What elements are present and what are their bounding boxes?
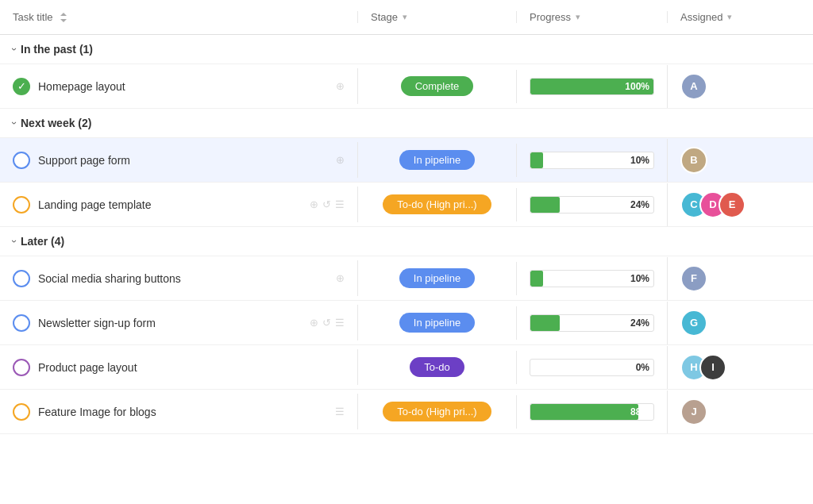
repeat-icon: ↺ — [322, 198, 331, 210]
progress-bar-fill — [530, 315, 560, 331]
group-label-in-the-past: In the past (1) — [21, 43, 93, 56]
cell-progress: 0% — [516, 351, 667, 384]
group-header-in-the-past[interactable]: › In the past (1) — [0, 35, 813, 64]
group-chevron-in-the-past[interactable]: › — [9, 48, 20, 51]
table-row[interactable]: Newsletter sign-up form ⊕↺☰ In pipeline … — [0, 301, 813, 345]
col-header-assigned[interactable]: Assigned ▾ — [667, 11, 813, 23]
col-assigned-label: Assigned — [680, 11, 722, 23]
list-icon: ☰ — [335, 317, 345, 329]
avatar: A — [680, 73, 707, 100]
task-meta-icons: ⊕↺☰ — [310, 317, 345, 329]
avatar: I — [699, 354, 726, 381]
avatar-group: J — [680, 398, 707, 425]
group-header-later[interactable]: › Later (4) — [0, 227, 813, 256]
chevron-down-icon-assigned[interactable]: ▾ — [727, 12, 732, 22]
task-status-icon-pending[interactable] — [13, 152, 30, 169]
avatar-group: F — [680, 265, 707, 292]
task-meta-icons: ⊕ — [336, 80, 345, 92]
col-header-title[interactable]: Task title — [0, 11, 357, 23]
task-status-icon-pending[interactable] — [13, 403, 30, 421]
task-status-icon-pending[interactable] — [13, 359, 30, 376]
cell-stage: In pipeline — [357, 142, 516, 178]
list-icon: ☰ — [335, 406, 345, 417]
table-row[interactable]: Feature Image for blogs ☰ To-do (High pr… — [0, 390, 813, 434]
cell-stage: To-do — [357, 349, 516, 385]
cell-stage: To-do (High pri...) — [357, 187, 516, 222]
stage-badge[interactable]: In pipeline — [399, 313, 475, 333]
stage-badge[interactable]: To-do (High pri...) — [383, 194, 491, 214]
stage-badge[interactable]: In pipeline — [399, 268, 475, 288]
progress-label: 10% — [630, 273, 649, 284]
stage-badge[interactable]: In pipeline — [399, 150, 475, 170]
progress-bar: 100% — [530, 78, 654, 95]
sort-icon-title[interactable] — [60, 12, 67, 23]
task-name: Feature Image for blogs — [38, 406, 327, 418]
stage-badge[interactable]: Complete — [401, 76, 474, 96]
task-table: Task title Stage ▾ Progress ▾ Assigned ▾… — [0, 0, 813, 434]
progress-bar-fill — [530, 197, 560, 213]
avatar: E — [719, 191, 746, 218]
progress-bar: 10% — [530, 152, 654, 169]
avatar-group: A — [680, 73, 707, 100]
cell-progress: 10% — [516, 144, 667, 177]
link-icon: ⊕ — [336, 80, 345, 92]
cell-assigned: CDE — [667, 183, 813, 226]
task-meta-icons: ⊕↺☰ — [310, 198, 345, 210]
progress-bar-fill — [530, 271, 543, 287]
cell-assigned: B — [667, 139, 813, 182]
chevron-down-icon-progress[interactable]: ▾ — [576, 12, 580, 22]
task-meta-icons: ☰ — [335, 406, 345, 417]
table-row[interactable]: Product page layout To-do 0% HI — [0, 345, 813, 390]
col-header-progress[interactable]: Progress ▾ — [516, 11, 667, 23]
task-status-icon-pending[interactable] — [13, 196, 30, 214]
cell-stage: In pipeline — [357, 260, 516, 296]
col-stage-label: Stage — [371, 11, 398, 23]
cell-title: ✓ Homepage layout ⊕ — [0, 70, 357, 103]
avatar: J — [680, 398, 707, 425]
cell-title: Landing page template ⊕↺☰ — [0, 188, 357, 221]
cell-assigned: HI — [667, 346, 813, 389]
table-row[interactable]: Support page form ⊕ In pipeline 10% B — [0, 138, 813, 183]
task-status-icon-complete[interactable]: ✓ — [13, 78, 30, 95]
cell-stage: In pipeline — [357, 305, 516, 340]
col-header-stage[interactable]: Stage ▾ — [357, 11, 516, 23]
cell-title: Support page form ⊕ — [0, 144, 357, 177]
avatar-group: B — [680, 147, 707, 174]
table-row[interactable]: Social media sharing buttons ⊕ In pipeli… — [0, 256, 813, 301]
progress-bar: 0% — [530, 359, 654, 376]
group-chevron-later[interactable]: › — [9, 240, 20, 243]
avatar-group: HI — [680, 354, 726, 381]
progress-label: 100% — [625, 81, 649, 92]
avatar-group: CDE — [680, 191, 746, 218]
progress-label: 88% — [630, 406, 649, 417]
cell-progress: 24% — [516, 306, 667, 340]
progress-label: 0% — [636, 362, 649, 373]
col-title-label: Task title — [13, 11, 53, 23]
group-header-next-week[interactable]: › Next week (2) — [0, 109, 813, 138]
groups-container: › In the past (1) ✓ Homepage layout ⊕ Co… — [0, 35, 813, 434]
stage-badge[interactable]: To-do — [410, 357, 464, 377]
link-icon: ⊕ — [310, 198, 318, 210]
table-row[interactable]: ✓ Homepage layout ⊕ Complete 100% A — [0, 64, 813, 109]
group-chevron-next-week[interactable]: › — [9, 121, 20, 125]
task-status-icon-pending[interactable] — [13, 270, 30, 287]
progress-bar-fill — [530, 404, 638, 420]
task-name: Homepage layout — [38, 80, 328, 93]
task-name: Landing page template — [38, 198, 302, 211]
cell-stage: Complete — [357, 68, 516, 104]
task-meta-icons: ⊕ — [336, 154, 345, 166]
progress-label: 24% — [630, 317, 649, 329]
task-status-icon-pending[interactable] — [13, 314, 30, 332]
cell-title: Product page layout — [0, 351, 357, 384]
stage-badge[interactable]: To-do (High pri...) — [383, 402, 491, 421]
cell-progress: 24% — [516, 188, 667, 221]
link-icon: ⊕ — [336, 272, 345, 284]
cell-assigned: F — [667, 257, 813, 300]
table-row[interactable]: Landing page template ⊕↺☰ To-do (High pr… — [0, 183, 813, 227]
progress-bar-fill — [530, 152, 543, 168]
task-name: Newsletter sign-up form — [38, 317, 302, 329]
chevron-down-icon-stage[interactable]: ▾ — [403, 12, 407, 22]
cell-progress: 100% — [516, 70, 667, 103]
progress-bar: 10% — [530, 270, 654, 287]
progress-bar: 88% — [530, 403, 654, 421]
